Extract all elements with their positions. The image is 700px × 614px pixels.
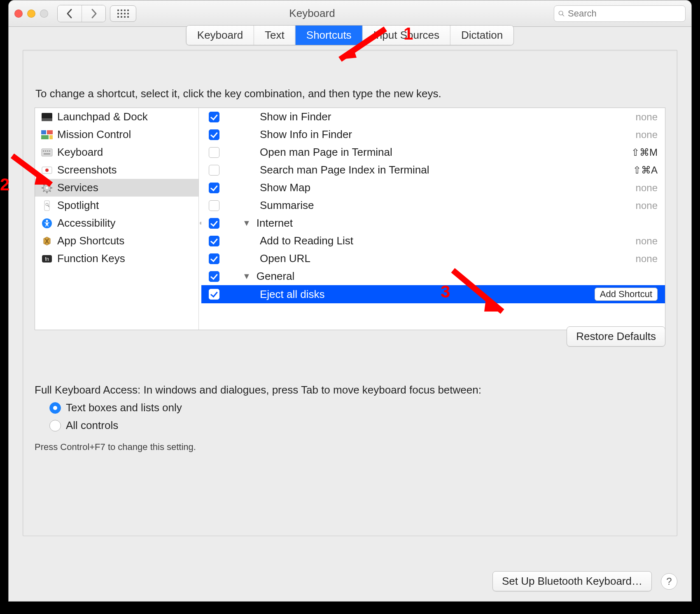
- category-keyboard[interactable]: Keyboard: [35, 143, 198, 161]
- help-button[interactable]: ?: [661, 573, 677, 590]
- preferences-window: Keyboard Keyboard Text Shortcuts Input S…: [8, 0, 692, 602]
- gear-icon: [41, 183, 53, 193]
- service-row-selected[interactable]: Eject all disksAdd Shortcut: [201, 285, 665, 303]
- search-field[interactable]: [554, 5, 686, 22]
- checkbox[interactable]: [209, 289, 219, 300]
- svg-line-24: [49, 184, 51, 185]
- checkbox[interactable]: [209, 253, 219, 264]
- checkbox[interactable]: [209, 183, 219, 193]
- radio-button[interactable]: [49, 402, 61, 414]
- svg-point-15: [45, 169, 49, 172]
- svg-line-23: [49, 190, 51, 192]
- search-input[interactable]: [568, 8, 681, 19]
- zoom-window-button[interactable]: [40, 9, 48, 18]
- service-row[interactable]: Open URLnone: [201, 250, 665, 267]
- service-group-internet[interactable]: ▼Internet: [201, 214, 665, 232]
- content-area: Keyboard Text Shortcuts Input Sources Di…: [9, 27, 691, 601]
- window-title: Keyboard: [75, 7, 550, 20]
- tab-shortcuts[interactable]: Shortcuts: [295, 26, 362, 45]
- checkbox[interactable]: [209, 271, 219, 282]
- service-group-general[interactable]: ▼General: [201, 267, 665, 285]
- checkbox[interactable]: [209, 147, 219, 158]
- category-mission-control[interactable]: Mission Control: [35, 126, 198, 143]
- fka-subhint: Press Control+F7 to change this setting.: [35, 442, 665, 452]
- full-keyboard-access-section: Full Keyboard Access: In windows and dia…: [35, 384, 665, 452]
- category-services[interactable]: Services: [35, 179, 198, 197]
- add-shortcut-button[interactable]: Add Shortcut: [595, 288, 658, 301]
- service-row[interactable]: Add to Reading Listnone: [201, 232, 665, 250]
- category-app-shortcuts[interactable]: App Shortcuts: [35, 232, 198, 250]
- disclosure-triangle-icon[interactable]: ▼: [243, 272, 251, 281]
- checkbox[interactable]: [209, 218, 219, 229]
- fka-heading: Full Keyboard Access: In windows and dia…: [35, 384, 665, 396]
- fka-option-textboxes[interactable]: Text boxes and lists only: [49, 401, 665, 414]
- fka-option-allcontrols[interactable]: All controls: [49, 419, 665, 432]
- service-row[interactable]: Search man Page Index in Terminal⇧⌘A: [201, 161, 665, 179]
- category-function-keys[interactable]: fnFunction Keys: [35, 250, 198, 267]
- category-accessibility[interactable]: Accessibility: [35, 214, 198, 232]
- split-panes: Launchpad & Dock Mission Control Keyboar…: [35, 108, 665, 330]
- svg-rect-4: [41, 130, 46, 134]
- service-row[interactable]: Show Info in Findernone: [201, 126, 665, 143]
- inset-panel: To change a shortcut, select it, click t…: [23, 50, 677, 536]
- checkbox[interactable]: [209, 112, 219, 122]
- category-screenshots[interactable]: Screenshots: [35, 161, 198, 179]
- svg-rect-6: [41, 135, 49, 139]
- close-window-button[interactable]: [14, 9, 23, 18]
- svg-rect-10: [45, 150, 46, 152]
- svg-text:fn: fn: [45, 256, 49, 262]
- accessibility-icon: [41, 218, 53, 229]
- checkbox[interactable]: [209, 165, 219, 176]
- category-launchpad-dock[interactable]: Launchpad & Dock: [35, 108, 198, 126]
- service-list[interactable]: Show in Findernone Show Info in Finderno…: [201, 108, 665, 330]
- search-icon: [558, 9, 565, 18]
- tab-keyboard[interactable]: Keyboard: [187, 26, 254, 45]
- svg-point-30: [46, 220, 48, 222]
- restore-defaults-button[interactable]: Restore Defaults: [567, 326, 665, 347]
- svg-rect-9: [43, 150, 44, 152]
- bluetooth-keyboard-button[interactable]: Set Up Bluetooth Keyboard…: [492, 571, 652, 591]
- tab-text[interactable]: Text: [254, 26, 295, 45]
- minimize-window-button[interactable]: [27, 9, 35, 18]
- svg-rect-5: [47, 130, 53, 134]
- radio-button[interactable]: [49, 420, 61, 431]
- svg-rect-11: [47, 150, 48, 152]
- tab-input-sources[interactable]: Input Sources: [362, 26, 450, 45]
- footer-area: Set Up Bluetooth Keyboard… ?: [492, 571, 677, 591]
- svg-rect-12: [49, 150, 50, 152]
- checkbox[interactable]: [209, 200, 219, 211]
- svg-line-1: [562, 14, 564, 16]
- service-row[interactable]: Open man Page in Terminal⇧⌘M: [201, 143, 665, 161]
- svg-rect-3: [42, 118, 52, 121]
- titlebar: Keyboard: [9, 0, 691, 27]
- checkbox[interactable]: [209, 129, 219, 140]
- svg-rect-8: [42, 149, 52, 156]
- svg-line-22: [43, 184, 44, 185]
- instruction-text: To change a shortcut, select it, click t…: [35, 87, 665, 100]
- svg-rect-7: [49, 135, 53, 139]
- window-controls: [14, 9, 48, 18]
- category-list[interactable]: Launchpad & Dock Mission Control Keyboar…: [35, 108, 199, 330]
- svg-line-25: [43, 190, 44, 192]
- svg-rect-13: [44, 153, 50, 155]
- checkbox[interactable]: [209, 236, 219, 246]
- svg-point-17: [46, 187, 48, 189]
- tab-bar: Keyboard Text Shortcuts Input Sources Di…: [186, 25, 514, 45]
- service-row[interactable]: Show Mapnone: [201, 179, 665, 197]
- service-row[interactable]: Show in Findernone: [201, 108, 665, 126]
- service-row[interactable]: Summarisenone: [201, 197, 665, 214]
- disclosure-triangle-icon[interactable]: ▼: [243, 218, 251, 228]
- tab-dictation[interactable]: Dictation: [450, 26, 513, 45]
- category-spotlight[interactable]: Spotlight: [35, 197, 198, 214]
